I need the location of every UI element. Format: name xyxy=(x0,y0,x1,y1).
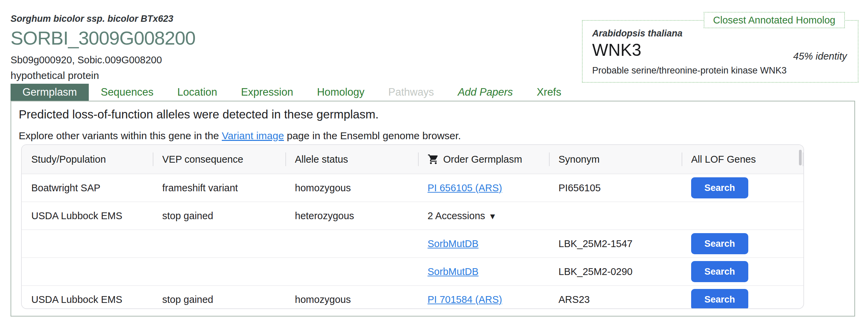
gene-id-title: SORBI_3009G008200 xyxy=(11,28,195,48)
gene-header: Sorghum bicolor ssp. bicolor BTx623 SORB… xyxy=(11,14,195,81)
panel-subtext: Explore other variants within this gene … xyxy=(19,130,854,142)
vep-cell: frameshift variant xyxy=(153,182,285,194)
tab-expression[interactable]: Expression xyxy=(229,84,305,101)
panel-heading: Predicted loss-of-function alleles were … xyxy=(19,108,854,121)
germplasm-table: Study/Population VEP consequence Allele … xyxy=(21,144,804,309)
explore-suffix: page in the Ensembl genome browser. xyxy=(284,130,461,141)
col-vep-consequence: VEP consequence xyxy=(153,145,285,174)
table-header-row: Study/Population VEP consequence Allele … xyxy=(22,145,803,174)
lof-cell: Search xyxy=(682,289,803,309)
order-cell: 2 Accessions▼ xyxy=(418,210,549,222)
table-row: Boatwright SAP frameshift variant homozy… xyxy=(22,174,803,202)
homolog-content: Arabidopsis thaliana WNK3 Probable serin… xyxy=(583,21,858,76)
tab-add-papers[interactable]: Add Papers xyxy=(446,84,525,101)
homolog-identity: 45% identity xyxy=(793,51,847,62)
col-synonym: Synonym xyxy=(549,145,682,174)
order-cell: PI 701584 (ARS) xyxy=(418,294,549,305)
table-row: USDA Lubbock EMS stop gained heterozygou… xyxy=(22,202,803,230)
explore-prefix: Explore other variants within this gene … xyxy=(19,130,222,141)
search-button[interactable]: Search xyxy=(691,177,748,198)
lof-cell: Search xyxy=(682,233,803,254)
gene-tabs: Germplasm Sequences Location Expression … xyxy=(11,84,573,101)
order-cell: SorbMutDB xyxy=(418,238,549,249)
homolog-species: Arabidopsis thaliana xyxy=(592,28,848,39)
search-button[interactable]: Search xyxy=(691,261,748,282)
col-allele-status: Allele status xyxy=(285,145,418,174)
table-row: SorbMutDB LBK_25M2-0290 Search xyxy=(22,258,803,286)
study-cell: USDA Lubbock EMS xyxy=(22,294,153,305)
shopping-cart-icon xyxy=(428,153,439,165)
order-germplasm-link[interactable]: PI 701584 (ARS) xyxy=(428,294,502,305)
col-all-lof-genes: All LOF Genes xyxy=(682,145,803,174)
order-germplasm-link[interactable]: PI 656105 (ARS) xyxy=(428,182,502,193)
variant-image-link[interactable]: Variant image xyxy=(222,130,284,141)
closest-homolog-badge: Closest Annotated Homolog xyxy=(704,12,845,28)
allele-cell: homozygous xyxy=(285,182,418,194)
tab-sequences[interactable]: Sequences xyxy=(89,84,165,101)
vep-cell: stop gained xyxy=(153,210,285,222)
study-cell: Boatwright SAP xyxy=(22,182,153,194)
table-row: USDA Lubbock EMS stop gained homozygous … xyxy=(22,286,803,309)
closest-homolog-box: Closest Annotated Homolog Arabidopsis th… xyxy=(582,20,858,83)
search-button[interactable]: Search xyxy=(691,233,748,254)
homolog-description: Probable serine/threonine-protein kinase… xyxy=(592,65,848,76)
tab-location[interactable]: Location xyxy=(165,84,229,101)
col-order-germplasm: Order Germplasm xyxy=(418,145,549,174)
table-row: SorbMutDB LBK_25M2-1547 Search xyxy=(22,230,803,258)
order-germplasm-link[interactable]: SorbMutDB xyxy=(428,238,479,249)
lof-cell: Search xyxy=(682,261,803,282)
tab-pathways: Pathways xyxy=(376,84,446,101)
gene-page: Sorghum bicolor ssp. bicolor BTx623 SORB… xyxy=(0,0,868,324)
allele-cell: homozygous xyxy=(285,294,418,305)
allele-cell: heterozygous xyxy=(285,210,418,222)
col-study-population: Study/Population xyxy=(22,145,153,174)
table-scrollbar-thumb[interactable] xyxy=(799,150,802,165)
synonym-cell: ARS23 xyxy=(549,294,682,305)
germplasm-panel: Predicted loss-of-function alleles were … xyxy=(11,101,855,317)
study-cell: USDA Lubbock EMS xyxy=(22,210,153,222)
species-name: Sorghum bicolor ssp. bicolor BTx623 xyxy=(11,14,195,24)
synonym-cell: LBK_25M2-0290 xyxy=(549,266,682,277)
caret-down-icon: ▼ xyxy=(488,212,497,221)
tab-homology[interactable]: Homology xyxy=(305,84,377,101)
gene-synonyms: Sb09g000920, Sobic.009G008200 xyxy=(11,54,195,66)
order-cell: SorbMutDB xyxy=(418,266,549,277)
tab-germplasm[interactable]: Germplasm xyxy=(11,84,89,101)
synonym-cell: PI656105 xyxy=(549,182,682,194)
search-button[interactable]: Search xyxy=(691,289,748,309)
gene-description: hypothetical protein xyxy=(11,70,195,81)
order-cell: PI 656105 (ARS) xyxy=(418,182,549,194)
synonym-cell: LBK_25M2-1547 xyxy=(549,238,682,249)
order-germplasm-link[interactable]: SorbMutDB xyxy=(428,266,479,277)
vep-cell: stop gained xyxy=(153,294,285,305)
tab-xrefs[interactable]: Xrefs xyxy=(525,84,573,101)
lof-cell: Search xyxy=(682,177,803,198)
accessions-expander[interactable]: 2 Accessions▼ xyxy=(428,210,497,221)
